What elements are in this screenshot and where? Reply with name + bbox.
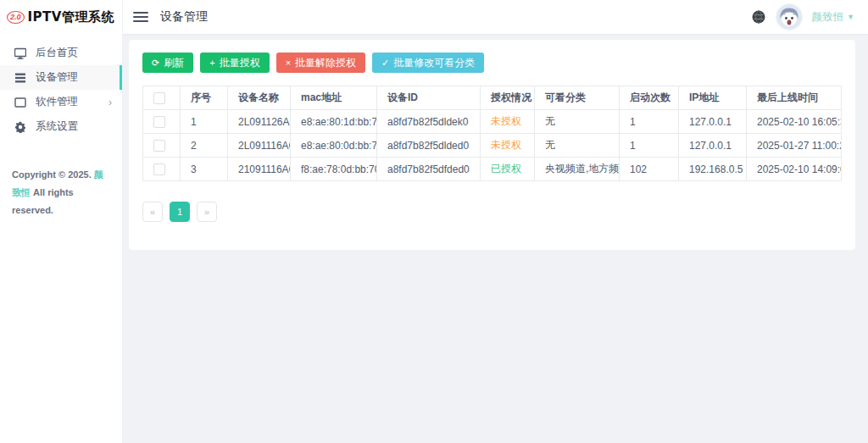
app-root: 2.0 IPTV管理系统 后台首页 设备管理 软件管理 › bbox=[0, 0, 868, 443]
sidebar: 2.0 IPTV管理系统 后台首页 设备管理 软件管理 › bbox=[0, 0, 123, 443]
cell-index: 2 bbox=[181, 134, 228, 158]
list-icon bbox=[14, 72, 26, 84]
row-checkbox[interactable] bbox=[153, 116, 165, 128]
batch-modify-category-label: 批量修改可看分类 bbox=[393, 56, 475, 70]
batch-authorize-label: 批量授权 bbox=[220, 56, 260, 70]
content-area: ⟳ 刷新 + 批量授权 × 批量解除授权 ✓ 批量修改可看分类 bbox=[123, 34, 868, 443]
cell-ip: 192.168.0.5 bbox=[679, 158, 747, 181]
sidebar-item-label: 后台首页 bbox=[36, 46, 78, 60]
toolbar: ⟳ 刷新 + 批量授权 × 批量解除授权 ✓ 批量修改可看分类 bbox=[142, 53, 842, 73]
cell-boot-count: 102 bbox=[620, 158, 679, 181]
column-header-index: 序号 bbox=[181, 86, 228, 110]
plus-icon: + bbox=[209, 58, 214, 68]
sidebar-item-label: 软件管理 bbox=[36, 95, 78, 109]
gear-icon bbox=[14, 121, 26, 133]
batch-deauthorize-button[interactable]: × 批量解除授权 bbox=[276, 53, 365, 73]
chevron-down-icon: ▼ bbox=[847, 13, 854, 21]
refresh-button[interactable]: ⟳ 刷新 bbox=[142, 53, 193, 73]
select-all-checkbox[interactable] bbox=[153, 92, 165, 104]
cell-mac: e8:ae:80:0d:bb:70 bbox=[291, 134, 377, 158]
page-title: 设备管理 bbox=[160, 9, 208, 25]
batch-modify-category-button[interactable]: ✓ 批量修改可看分类 bbox=[372, 53, 484, 73]
sidebar-item-software[interactable]: 软件管理 › bbox=[0, 90, 122, 114]
batch-authorize-button[interactable]: + 批量授权 bbox=[200, 53, 269, 73]
cell-device-id: a8fd7b82f5dlded0 bbox=[377, 134, 481, 158]
cell-last-online: 2025-02-10 16:05:35 bbox=[747, 110, 842, 134]
sidebar-item-dashboard[interactable]: 后台首页 bbox=[0, 41, 122, 65]
sidebar-item-settings[interactable]: 系统设置 bbox=[0, 114, 122, 139]
column-header-device-name: 设备名称 bbox=[228, 86, 291, 110]
cell-device-name: 2L091126AC bbox=[228, 110, 291, 134]
cell-categories: 无 bbox=[535, 134, 620, 158]
pagination-next-button[interactable]: » bbox=[197, 202, 217, 222]
batch-deauthorize-label: 批量解除授权 bbox=[295, 56, 356, 70]
cell-index: 3 bbox=[181, 158, 228, 181]
check-icon: ✓ bbox=[381, 58, 389, 68]
column-header-ip: IP地址 bbox=[679, 86, 747, 110]
hamburger-menu-icon[interactable] bbox=[133, 9, 148, 25]
topbar-right: 颜致恒 ▼ bbox=[751, 4, 854, 30]
cell-ip: 127.0.0.1 bbox=[679, 134, 747, 158]
sidebar-item-devices[interactable]: 设备管理 bbox=[0, 65, 122, 90]
cell-index: 1 bbox=[181, 110, 228, 134]
status-badge: 未授权 bbox=[481, 110, 535, 134]
username: 颜致恒 bbox=[812, 10, 844, 25]
cell-ip: 127.0.0.1 bbox=[679, 110, 747, 134]
table-header-row: 序号 设备名称 mac地址 设备ID 授权情况 可看分类 启动次数 IP地址 最… bbox=[143, 86, 842, 110]
column-header-last-online: 最后上线时间 bbox=[747, 86, 842, 110]
logo[interactable]: 2.0 IPTV管理系统 bbox=[0, 0, 122, 34]
column-header-categories: 可看分类 bbox=[535, 86, 620, 110]
cell-categories: 无 bbox=[535, 110, 620, 134]
refresh-icon: ⟳ bbox=[152, 58, 159, 68]
device-management-card: ⟳ 刷新 + 批量授权 × 批量解除授权 ✓ 批量修改可看分类 bbox=[129, 40, 855, 250]
cell-device-name: 2L091116AC bbox=[228, 134, 291, 158]
pagination-page-1-button[interactable]: 1 bbox=[170, 202, 190, 222]
chevron-right-icon: › bbox=[108, 97, 112, 108]
row-checkbox[interactable] bbox=[153, 163, 165, 175]
row-checkbox[interactable] bbox=[153, 140, 165, 152]
refresh-label: 刷新 bbox=[164, 56, 184, 70]
pagination-prev-button[interactable]: « bbox=[142, 202, 163, 222]
cell-device-id: a8fd7b82f5dldek0 bbox=[377, 110, 481, 134]
table-row: 3 21091116AC f8:ae:78:0d:bb:70 a8fd7b82f… bbox=[143, 158, 842, 181]
main-column: 设备管理 颜致恒 ▼ ⟳ 刷新 bbox=[123, 0, 868, 443]
monitor-icon bbox=[14, 47, 26, 59]
sidebar-item-label: 设备管理 bbox=[36, 70, 78, 85]
pagination: « 1 » bbox=[142, 202, 842, 222]
cell-categories: 央视频道,地方频道 bbox=[535, 158, 620, 181]
sidebar-menu: 后台首页 设备管理 软件管理 › 系统设置 bbox=[0, 41, 122, 139]
table-row: 2 2L091116AC e8:ae:80:0d:bb:70 a8fd7b82f… bbox=[143, 134, 842, 158]
cell-last-online: 2025-01-27 11:00:21 bbox=[747, 134, 842, 158]
cell-device-name: 21091116AC bbox=[228, 158, 291, 181]
logo-version-badge: 2.0 bbox=[7, 11, 25, 24]
column-header-device-id: 设备ID bbox=[377, 86, 481, 110]
copyright-prefix: Copyright © 2025. bbox=[12, 169, 92, 180]
close-icon: × bbox=[286, 58, 291, 68]
globe-icon[interactable] bbox=[751, 9, 766, 25]
topbar: 设备管理 颜致恒 ▼ bbox=[123, 0, 868, 34]
copyright-text: Copyright © 2025. 颜致恒 All rights reserve… bbox=[0, 166, 122, 219]
sidebar-item-label: 系统设置 bbox=[36, 119, 78, 134]
logo-text: IPTV管理系统 bbox=[28, 9, 114, 25]
window-icon bbox=[14, 97, 26, 108]
column-header-mac: mac地址 bbox=[291, 86, 377, 110]
cell-boot-count: 1 bbox=[620, 134, 679, 158]
column-header-auth: 授权情况 bbox=[481, 86, 535, 110]
cell-mac: f8:ae:78:0d:bb:70 bbox=[291, 158, 377, 181]
status-badge: 未授权 bbox=[481, 134, 535, 158]
user-menu[interactable]: 颜致恒 ▼ bbox=[812, 10, 854, 25]
device-table: 序号 设备名称 mac地址 设备ID 授权情况 可看分类 启动次数 IP地址 最… bbox=[142, 86, 842, 181]
cell-last-online: 2025-02-10 14:09:02 bbox=[747, 158, 842, 181]
table-row: 1 2L091126AC e8:ae:80:1d:bb:70 a8fd7b82f… bbox=[143, 110, 842, 134]
cell-device-id: a8fd7b82f5dfded0 bbox=[377, 158, 481, 181]
status-badge: 已授权 bbox=[481, 158, 535, 181]
avatar[interactable] bbox=[776, 4, 802, 30]
cell-boot-count: 1 bbox=[620, 110, 679, 134]
column-header-boot-count: 启动次数 bbox=[620, 86, 679, 110]
cell-mac: e8:ae:80:1d:bb:70 bbox=[291, 110, 377, 134]
